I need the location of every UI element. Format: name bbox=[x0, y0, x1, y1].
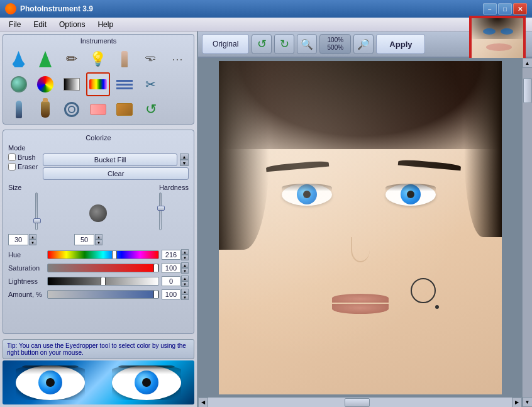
instruments-title: Instruments bbox=[6, 37, 191, 45]
close-button[interactable]: ✕ bbox=[513, 3, 527, 14]
tool-lines[interactable] bbox=[113, 72, 136, 96]
original-button[interactable]: Original bbox=[202, 34, 249, 54]
h-scroll-right-btn[interactable]: ▶ bbox=[512, 398, 522, 408]
tool-undo[interactable]: ↺ bbox=[139, 98, 163, 121]
undo-button[interactable]: ↺ bbox=[252, 34, 272, 54]
eye-left bbox=[282, 184, 332, 206]
redo-button[interactable]: ↻ bbox=[274, 34, 294, 54]
zoom-in-icon: 🔍 bbox=[301, 38, 313, 50]
hue-spin-down[interactable]: ▼ bbox=[181, 255, 189, 260]
tool-bulb[interactable]: 💡 bbox=[86, 47, 110, 71]
tool-scissors[interactable]: ✂ bbox=[139, 72, 163, 96]
bucket-down-arrow[interactable]: ▼ bbox=[180, 160, 189, 166]
amount-row: Amount, % ▲ ▼ bbox=[8, 289, 189, 300]
hardness-value-input[interactable]: 50 bbox=[74, 234, 94, 245]
v-scroll-up-btn[interactable]: ▲ bbox=[523, 58, 533, 68]
eraser-checkbox-label[interactable]: Eraser bbox=[8, 163, 38, 170]
tool-extra1[interactable]: ⋯ bbox=[165, 47, 189, 71]
h-scroll-thumb[interactable] bbox=[345, 398, 370, 407]
amount-slider-thumb[interactable] bbox=[153, 290, 158, 299]
left-panel: Instruments ✏ 💡 🖘 bbox=[0, 31, 198, 407]
tool-tube[interactable] bbox=[7, 98, 31, 121]
size-slider-track[interactable] bbox=[35, 192, 38, 230]
saturation-slider-track[interactable] bbox=[47, 264, 159, 272]
zoom-out-button[interactable]: 🔎 bbox=[353, 34, 374, 54]
eye-right-pupil bbox=[407, 191, 414, 198]
brush-checkbox-label[interactable]: Brush bbox=[8, 153, 38, 161]
light-spin-down[interactable]: ▼ bbox=[181, 281, 189, 287]
saturation-slider-thumb[interactable] bbox=[153, 264, 158, 272]
size-value-input[interactable]: 30 bbox=[8, 234, 28, 245]
saturation-value-input[interactable] bbox=[162, 263, 180, 273]
tool-dropper[interactable] bbox=[7, 47, 31, 71]
tool-empty1 bbox=[165, 72, 189, 96]
lightness-value-input[interactable] bbox=[162, 276, 180, 286]
lightness-slider-thumb[interactable] bbox=[101, 277, 106, 286]
hardness-spin-down[interactable]: ▼ bbox=[95, 240, 103, 245]
clear-button[interactable]: Clear bbox=[43, 167, 189, 180]
sat-spin-up[interactable]: ▲ bbox=[181, 262, 189, 268]
menu-file[interactable]: File bbox=[3, 19, 27, 30]
hue-slider-thumb[interactable] bbox=[112, 250, 117, 259]
bucket-fill-button[interactable]: Bucket Fill bbox=[43, 153, 177, 166]
hair-right bbox=[464, 61, 502, 237]
hardness-slider-track[interactable] bbox=[159, 192, 162, 230]
size-spin-down[interactable]: ▼ bbox=[29, 240, 36, 245]
zoom-line1: 100% bbox=[328, 36, 344, 44]
bucket-scroll: ▲ ▼ bbox=[180, 153, 189, 166]
tool-palette[interactable] bbox=[33, 72, 57, 96]
redo-icon: ↻ bbox=[280, 37, 289, 51]
canvas-area[interactable] bbox=[198, 58, 522, 397]
hue-spin-up[interactable]: ▲ bbox=[181, 249, 189, 255]
size-slider-thumb[interactable] bbox=[33, 218, 41, 223]
zoom-line2: 500% bbox=[328, 44, 344, 52]
tool-circle-select[interactable] bbox=[7, 72, 31, 96]
tool-rainbow[interactable] bbox=[86, 72, 110, 96]
eraser-checkbox[interactable] bbox=[8, 163, 16, 170]
menu-options[interactable]: Options bbox=[53, 19, 91, 30]
mode-section: Mode Brush Eraser Buc bbox=[8, 144, 189, 180]
size-section: Size bbox=[8, 184, 65, 230]
tool-eraser[interactable] bbox=[86, 98, 110, 121]
instruments-grid: ✏ 💡 🖘 ⋯ bbox=[6, 47, 191, 121]
bucket-up-arrow[interactable]: ▲ bbox=[180, 153, 189, 160]
size-spin-up[interactable]: ▲ bbox=[29, 234, 36, 240]
toolbar: Original ↺ ↻ 🔍 100% 500% 🔎 Apply bbox=[198, 31, 532, 58]
maximize-button[interactable]: □ bbox=[498, 3, 512, 14]
tool-cone[interactable] bbox=[33, 47, 57, 71]
menu-help[interactable]: Help bbox=[91, 19, 119, 30]
zoom-in-button[interactable]: 🔍 bbox=[297, 34, 317, 54]
light-spin-up[interactable]: ▲ bbox=[181, 276, 189, 281]
tool-box[interactable] bbox=[113, 98, 136, 121]
menu-edit[interactable]: Edit bbox=[27, 19, 53, 30]
hue-slider-track[interactable] bbox=[47, 250, 159, 259]
minimize-button[interactable]: − bbox=[483, 3, 497, 14]
sat-spin-down[interactable]: ▼ bbox=[181, 268, 189, 274]
apply-button[interactable]: Apply bbox=[376, 34, 425, 54]
amount-label: Amount, % bbox=[8, 291, 45, 298]
lightness-slider-track[interactable] bbox=[47, 277, 159, 286]
amount-spin-up[interactable]: ▲ bbox=[181, 289, 189, 294]
tool-spiral[interactable] bbox=[60, 98, 84, 121]
tool-grayscale[interactable] bbox=[60, 72, 84, 96]
h-scroll-left-btn[interactable]: ◀ bbox=[198, 398, 208, 408]
tool-brush[interactable] bbox=[113, 47, 136, 71]
colorize-panel: Colorize Mode Brush Eraser bbox=[3, 130, 194, 334]
saturation-row: Saturation ▲ ▼ bbox=[8, 262, 189, 274]
tool-pencil[interactable]: ✏ bbox=[60, 47, 84, 71]
grayscale-icon bbox=[64, 78, 80, 91]
amount-value-input[interactable] bbox=[162, 289, 180, 299]
v-scroll-down-btn[interactable]: ▼ bbox=[523, 397, 533, 407]
hardness-spin-up[interactable]: ▲ bbox=[95, 234, 103, 240]
brush-checkbox[interactable] bbox=[8, 153, 16, 161]
amount-spin-down[interactable]: ▼ bbox=[181, 294, 189, 300]
tube-icon bbox=[16, 101, 22, 118]
hardness-slider-thumb[interactable] bbox=[157, 206, 165, 211]
canvas-wrapper: ▲ ▼ bbox=[198, 58, 532, 407]
tool-pointer[interactable]: 🖘 bbox=[139, 47, 163, 71]
hue-value-input[interactable] bbox=[162, 250, 180, 260]
tool-bottle[interactable] bbox=[33, 98, 57, 121]
title-controls: − □ ✕ bbox=[483, 3, 527, 14]
amount-slider-track[interactable] bbox=[47, 290, 159, 299]
v-scroll-thumb[interactable] bbox=[523, 78, 532, 103]
